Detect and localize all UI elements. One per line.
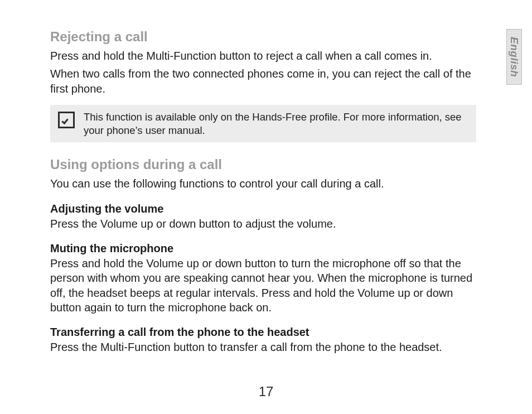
subheading-volume: Adjusting the volume xyxy=(50,203,476,215)
manual-page: English Rejecting a call Press and hold … xyxy=(0,0,532,414)
language-tab: English xyxy=(506,29,522,85)
paragraph: Press the Volume up or down button to ad… xyxy=(50,216,476,231)
note-box: This function is available only on the H… xyxy=(50,105,476,142)
subheading-mute: Muting the microphone xyxy=(50,242,476,255)
paragraph: When two calls from the two connected ph… xyxy=(50,66,476,96)
heading-using-options: Using options during a call xyxy=(50,157,476,173)
paragraph: Press the Multi-Function button to trans… xyxy=(50,340,476,354)
language-label: English xyxy=(508,37,520,77)
page-number: 17 xyxy=(0,384,532,399)
checkbox-icon xyxy=(58,112,75,128)
heading-rejecting-call: Rejecting a call xyxy=(50,29,476,45)
paragraph: Press and hold the Multi-Function button… xyxy=(50,49,476,63)
subheading-transfer: Transferring a call from the phone to th… xyxy=(50,326,476,339)
paragraph: You can use the following functions to c… xyxy=(50,176,476,191)
paragraph: Press and hold the Volume up or down but… xyxy=(50,256,476,315)
note-text: This function is available only on the H… xyxy=(84,110,465,137)
